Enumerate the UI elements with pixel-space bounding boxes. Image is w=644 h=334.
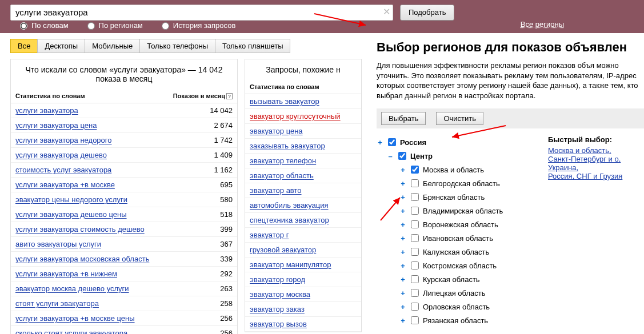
keyword-link[interactable]: грузовой эвакуатор xyxy=(250,246,316,254)
tree-region[interactable]: +Курская область xyxy=(377,272,548,286)
keyword-link[interactable]: услуги эвакуатора дешево цены xyxy=(15,210,127,219)
expand-icon[interactable]: + xyxy=(399,261,406,270)
count-cell: 258 xyxy=(163,296,237,311)
tree-region[interactable]: +Орловская область xyxy=(377,300,548,313)
region-checkbox[interactable] xyxy=(411,234,419,242)
quick-link[interactable]: Москва и область, xyxy=(548,146,644,155)
expand-icon[interactable]: + xyxy=(377,138,383,147)
keyword-link[interactable]: стоимость услуг эвакуатора xyxy=(15,166,111,174)
regions-link[interactable]: Все регионы xyxy=(521,20,564,29)
expand-icon[interactable]: + xyxy=(399,207,406,215)
keyword-link[interactable]: эвакуатор г xyxy=(250,231,289,239)
keyword-link[interactable]: услуги эвакуатора московская область xyxy=(15,255,149,263)
tree-region[interactable]: +Москва и область xyxy=(377,163,548,176)
tab-by-words[interactable]: По словам xyxy=(17,21,69,30)
keyword-link[interactable]: эвакуатор цены недорого услуги xyxy=(15,195,127,204)
right-title: Запросы, похожие н xyxy=(245,59,361,81)
region-label: Орловская область xyxy=(423,303,490,311)
filter-all[interactable]: Все xyxy=(10,39,38,53)
region-label: Ивановская область xyxy=(423,234,493,243)
region-checkbox[interactable] xyxy=(411,207,419,215)
expand-icon[interactable]: + xyxy=(399,248,406,256)
keyword-link[interactable]: вызывать эвакуатор xyxy=(250,97,319,106)
expand-icon[interactable]: + xyxy=(399,275,406,284)
tree-region[interactable]: +Липецкая область xyxy=(377,286,548,300)
clear-icon[interactable]: ✕ xyxy=(383,6,390,17)
tree-region[interactable]: +Владимирская область xyxy=(377,204,548,218)
tree-region[interactable]: +Ивановская область xyxy=(377,231,548,245)
keyword-link[interactable]: услуги эвакуатора стоимость дешево xyxy=(15,225,145,234)
expand-icon[interactable]: + xyxy=(399,193,406,202)
tab-history[interactable]: История запросов xyxy=(159,21,236,30)
region-label: Курская область xyxy=(423,275,480,284)
table-row: эвакуатор цена xyxy=(245,124,361,139)
submit-button[interactable]: Подобрать xyxy=(400,5,454,21)
tree-region[interactable]: +Воронежская область xyxy=(377,218,548,231)
clear-button[interactable]: Очистить xyxy=(436,112,483,125)
region-checkbox[interactable] xyxy=(411,248,419,256)
keyword-link[interactable]: стоят услуги эвакуатора xyxy=(15,299,99,308)
expand-icon[interactable]: + xyxy=(399,220,406,229)
keyword-link[interactable]: авито эвакуаторы услуги xyxy=(15,240,101,248)
tab-by-regions[interactable]: По регионам xyxy=(85,21,143,30)
keyword-link[interactable]: спецтехника эвакуатор xyxy=(250,216,329,224)
keyword-link[interactable]: услуги эвакуатора +в нижнем xyxy=(15,269,117,278)
expand-icon[interactable]: + xyxy=(399,316,406,325)
region-checkbox[interactable] xyxy=(411,193,419,201)
collapse-icon[interactable]: – xyxy=(387,152,394,160)
filter-tablets[interactable]: Только планшеты xyxy=(215,39,290,53)
tree-region[interactable]: +Брянская область xyxy=(377,190,548,204)
tree-center[interactable]: – Центр xyxy=(377,149,548,163)
region-checkbox[interactable] xyxy=(411,179,419,187)
tree-russia[interactable]: + Россия xyxy=(377,135,548,149)
tree-region[interactable]: +Рязанская область xyxy=(377,313,548,327)
table-row: автомобиль эвакуация xyxy=(245,198,361,213)
region-checkbox[interactable] xyxy=(411,303,419,311)
keyword-link[interactable]: заказывать эвакуатор xyxy=(250,142,325,150)
keyword-link[interactable]: эвакуатор область xyxy=(250,171,314,180)
keyword-link[interactable]: услуги эвакуатора +в москве xyxy=(15,180,115,189)
keyword-link[interactable]: услуги эвакуатора дешево xyxy=(15,151,107,159)
tree-region[interactable]: +Костромская область xyxy=(377,259,548,272)
keyword-link[interactable]: эвакуатор круглосуточный xyxy=(250,112,341,120)
keyword-link[interactable]: эвакуатор москва xyxy=(250,290,310,299)
keyword-link[interactable]: услуги эвакуатора +в москве цены xyxy=(15,314,135,323)
expand-icon[interactable]: + xyxy=(399,234,406,243)
expand-icon[interactable]: + xyxy=(399,166,406,174)
expand-icon[interactable]: + xyxy=(399,303,406,311)
keyword-link[interactable]: сколько стоят услуги эвакуатора xyxy=(15,329,127,334)
region-checkbox[interactable] xyxy=(411,220,419,228)
region-checkbox[interactable] xyxy=(411,289,419,297)
filter-desktop[interactable]: Десктопы xyxy=(37,39,85,53)
keyword-link[interactable]: эвакуатор телефон xyxy=(250,156,316,165)
region-checkbox[interactable] xyxy=(411,316,419,324)
keyword-link[interactable]: эвакуатор авто xyxy=(250,186,302,195)
search-input[interactable] xyxy=(10,5,393,21)
quick-link[interactable]: Украина, xyxy=(548,163,644,172)
filter-mobile[interactable]: Мобильные xyxy=(85,39,140,53)
select-button[interactable]: Выбрать xyxy=(381,112,426,125)
help-icon[interactable]: ? xyxy=(226,93,233,99)
expand-icon[interactable]: + xyxy=(399,179,406,188)
keyword-link[interactable]: эвакуатор город xyxy=(250,275,305,284)
keyword-link[interactable]: эвакуатор манипулятор xyxy=(250,260,331,269)
keyword-link[interactable]: эвакуатор цена xyxy=(250,127,303,135)
region-checkbox[interactable] xyxy=(411,275,419,283)
tree-region[interactable]: +Калужская область xyxy=(377,245,548,259)
keyword-link[interactable]: автомобиль эвакуация xyxy=(250,201,329,210)
keyword-link[interactable]: эвакуатор заказ xyxy=(250,305,305,313)
keyword-link[interactable]: услуги эвакуатора xyxy=(15,106,78,115)
keyword-link[interactable]: услуги эвакуатора цена xyxy=(15,121,97,130)
center-checkbox[interactable] xyxy=(398,152,406,160)
quick-link[interactable]: Россия, СНГ и Грузия xyxy=(548,172,644,180)
keyword-link[interactable]: эвакуатор москва дешево услуги xyxy=(15,284,129,293)
region-checkbox[interactable] xyxy=(411,261,419,269)
quick-link[interactable]: Санкт-Петербург и о, xyxy=(548,155,644,163)
expand-icon[interactable]: + xyxy=(399,289,406,297)
keyword-link[interactable]: эвакуатор вызов xyxy=(250,320,307,328)
filter-phones[interactable]: Только телефоны xyxy=(139,39,215,53)
keyword-link[interactable]: услуги эвакуатора недорого xyxy=(15,136,112,144)
tree-region[interactable]: +Белгородская область xyxy=(377,176,548,190)
region-checkbox[interactable] xyxy=(411,166,419,174)
russia-checkbox[interactable] xyxy=(388,138,396,146)
